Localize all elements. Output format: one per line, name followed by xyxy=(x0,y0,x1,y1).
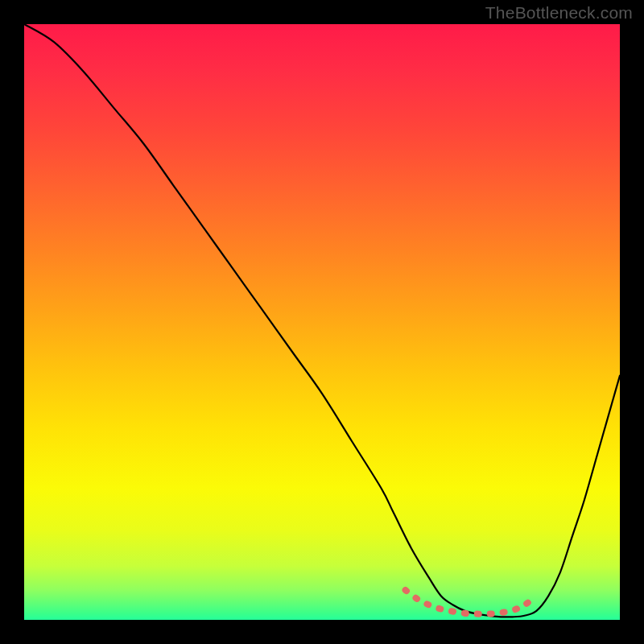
valley-highlight xyxy=(406,590,537,614)
bottleneck-curve xyxy=(24,24,620,617)
chart-frame: TheBottleneck.com xyxy=(0,0,644,644)
watermark-text: TheBottleneck.com xyxy=(485,3,633,23)
plot-area xyxy=(24,24,620,620)
curve-layer xyxy=(24,24,620,620)
